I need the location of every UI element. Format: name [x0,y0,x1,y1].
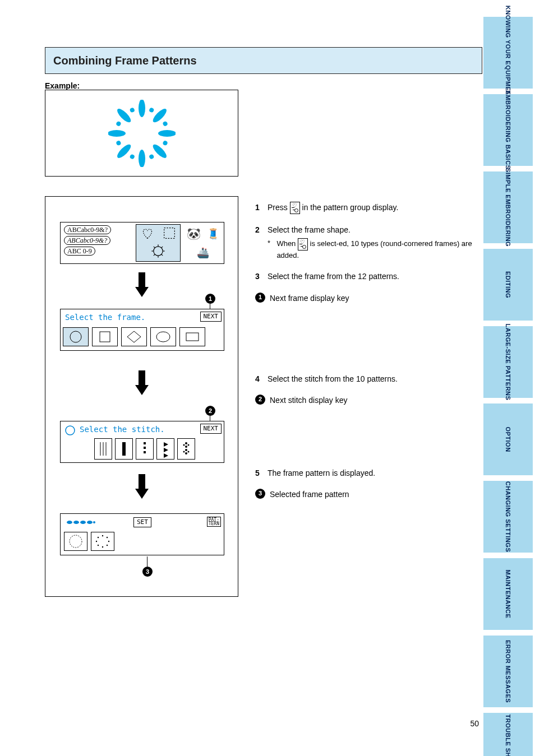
svg-point-8 [148,107,154,113]
svg-point-9 [162,120,168,126]
example-label: Example: [45,81,80,90]
spool-icon[interactable]: 🧵 [207,228,219,240]
callout-marker-2: 2 [205,406,215,416]
svg-rect-35 [144,442,146,444]
frame-diamond[interactable] [121,327,147,346]
next-button[interactable]: NEXT [200,312,222,322]
instructions-column: 1 Press in the pattern group display. 2 … [255,202,477,508]
callout-marker-3: 3 [142,567,153,577]
svg-point-17 [154,247,163,256]
svg-point-14 [116,120,121,126]
prompt-select-stitch: Select the stitch. [80,425,165,434]
svg-point-30 [66,426,75,435]
tab-7[interactable]: CHANGING SETTINGS [483,481,533,553]
font-option-2[interactable]: ABCabc0-9&? [64,236,110,245]
panda-icon[interactable]: 🐼 [187,227,201,240]
prompt-select-frame: Select the frame. [65,313,145,322]
note-2: 2 Next stitch display key [255,395,477,406]
heart-icon[interactable] [140,225,155,243]
svg-point-57 [98,545,99,546]
svg-point-15 [129,107,135,113]
section-title-bar: Combining Frame Patterns [45,47,482,74]
arrow-down-icon [135,474,149,500]
gear-icon[interactable] [150,243,166,261]
frame-circle[interactable] [63,327,89,346]
svg-point-28 [156,332,170,342]
step-4: 4 Select the stitch from the 10 patterns… [255,373,477,384]
svg-point-48 [80,521,86,524]
svg-rect-29 [186,333,199,341]
svg-point-44 [183,451,185,453]
svg-line-25 [162,247,163,248]
next-button-2[interactable]: NEXT [200,424,222,434]
set-button[interactable]: SET [133,517,151,527]
stitch-preview-icon [65,518,99,528]
section-title: Combining Frame Patterns [53,54,197,67]
svg-point-13 [116,140,121,145]
svg-rect-27 [100,332,110,342]
result-frame-2[interactable] [91,532,114,551]
lcd-result: SET PAT- TERN [60,513,224,555]
tab-3[interactable]: SIMPLE EMBROIDERING [483,171,533,243]
stitch-5[interactable] [177,438,195,460]
svg-point-49 [87,521,93,524]
svg-point-26 [70,331,81,342]
svg-point-42 [183,444,185,446]
svg-point-41 [185,452,187,454]
side-tabs: KNOWING YOUR EQUIPMENT EMBROIDERING BASI… [483,17,535,756]
svg-rect-16 [164,228,174,238]
stitch-4[interactable] [156,438,174,460]
svg-point-53 [107,537,108,538]
stitch-2[interactable] [115,438,133,460]
step-5: 5 The frame pattern is displayed. [255,467,477,479]
arrow-down-icon [135,370,149,396]
svg-point-54 [108,541,109,542]
result-frame-1[interactable] [64,532,87,551]
svg-line-23 [162,254,163,256]
svg-point-10 [162,140,168,145]
font-option-3[interactable]: ABC 0-9 [64,247,95,256]
tab-9[interactable]: ERROR MESSAGES [483,636,533,707]
font-option-1[interactable]: ABCabc0-9&? [64,225,111,234]
frame-group-icon [290,202,300,214]
tab-10[interactable]: TROUBLE SHOOTING [483,713,533,756]
tab-1[interactable]: KNOWING YOUR EQUIPMENT [483,17,533,89]
svg-point-55 [107,545,108,546]
ship-icon[interactable]: 🚢 [197,247,209,259]
svg-point-43 [187,444,189,446]
note-3: 3 Selected frame pattern [255,489,477,500]
stitch-3[interactable] [136,438,154,460]
lcd-flow-panel: ABCabc0-9&? ABCabc0-9&? ABC 0-9 🐼 🧵 🚢 1 … [45,196,238,597]
stitch-1[interactable] [94,438,112,460]
svg-point-40 [185,449,187,451]
callout-marker-1: 1 [205,294,215,304]
pattern-button[interactable]: PAT- TERN [207,517,221,527]
svg-point-47 [73,521,79,524]
frame-rect[interactable] [179,327,205,346]
tab-5[interactable]: LARGE-SIZE PATTERNS [483,326,533,398]
frame-group-icon-2 [298,238,308,251]
svg-rect-37 [144,451,146,453]
step-2: 2 Select the frame shape. * When is sele… [255,224,477,261]
svg-point-11 [148,154,154,159]
wreath-icon [108,100,176,167]
step-3: 3 Select the frame from the 12 patterns. [255,271,477,282]
svg-point-4 [139,150,145,167]
frame-oval[interactable] [150,327,176,346]
svg-line-22 [154,247,155,248]
tab-8[interactable]: MAINTENANCE [483,558,533,630]
tab-6[interactable]: OPTION [483,403,533,475]
tab-4[interactable]: EDITING [483,249,533,321]
svg-rect-34 [122,442,126,456]
svg-point-46 [67,521,72,524]
svg-point-51 [70,535,82,548]
svg-line-24 [154,254,155,256]
note-1: 1 Next frame display key [255,293,477,304]
frame-square-icon[interactable] [162,225,177,243]
lcd-select-stitch: Select the stitch. NEXT [60,421,224,463]
svg-point-45 [187,451,189,453]
tab-2[interactable]: EMBROIDERING BASICS [483,94,533,166]
page-number: 50 [470,719,479,728]
example-preview [45,90,238,177]
frame-square[interactable] [92,327,118,346]
